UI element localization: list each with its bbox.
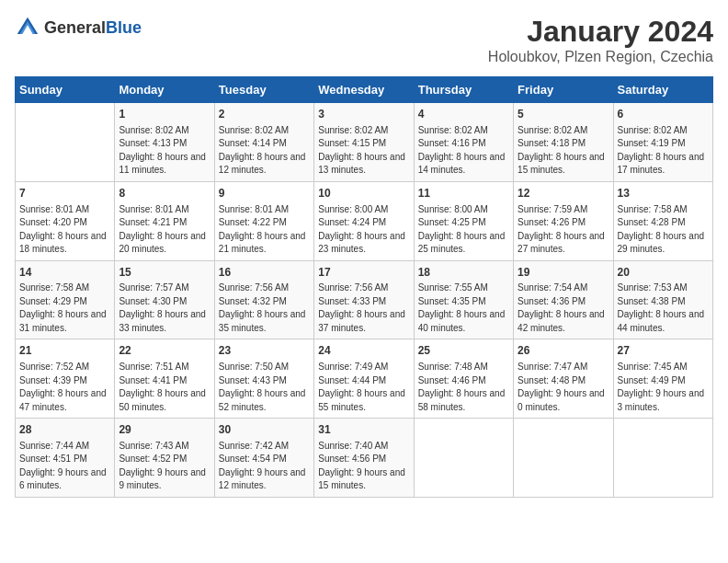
day-info: Sunrise: 8:02 AMSunset: 4:19 PMDaylight:…	[618, 124, 709, 178]
calendar-week-row: 21Sunrise: 7:52 AMSunset: 4:39 PMDayligh…	[16, 339, 713, 419]
day-header-thursday: Thursday	[414, 77, 513, 103]
title-block: January 2024 Holoubkov, Plzen Region, Cz…	[488, 15, 713, 65]
day-number: 18	[418, 265, 509, 281]
calendar-cell: 12Sunrise: 7:59 AMSunset: 4:26 PMDayligh…	[514, 181, 613, 260]
calendar-cell: 3Sunrise: 8:02 AMSunset: 4:15 PMDaylight…	[314, 103, 414, 182]
day-number: 22	[119, 343, 210, 359]
day-info: Sunrise: 8:02 AMSunset: 4:15 PMDaylight:…	[318, 124, 409, 178]
logo-icon	[15, 15, 40, 40]
day-info: Sunrise: 8:02 AMSunset: 4:18 PMDaylight:…	[518, 124, 609, 178]
calendar-cell: 8Sunrise: 8:01 AMSunset: 4:21 PMDaylight…	[115, 181, 214, 260]
calendar-cell: 31Sunrise: 7:40 AMSunset: 4:56 PMDayligh…	[314, 419, 414, 498]
day-number: 15	[119, 265, 210, 281]
calendar-cell	[514, 419, 613, 498]
calendar-cell	[414, 419, 513, 498]
calendar-cell: 7Sunrise: 8:01 AMSunset: 4:20 PMDaylight…	[16, 181, 115, 260]
day-number: 20	[618, 265, 709, 281]
day-info: Sunrise: 7:56 AMSunset: 4:32 PMDaylight:…	[219, 282, 310, 335]
calendar-cell: 22Sunrise: 7:51 AMSunset: 4:41 PMDayligh…	[115, 339, 214, 419]
page-header: General Blue January 2024 Holoubkov, Plz…	[15, 15, 713, 65]
day-number: 19	[518, 265, 609, 281]
day-header-sunday: Sunday	[16, 77, 115, 103]
day-info: Sunrise: 8:01 AMSunset: 4:21 PMDaylight:…	[119, 203, 210, 257]
day-info: Sunrise: 8:00 AMSunset: 4:24 PMDaylight:…	[318, 203, 409, 257]
day-info: Sunrise: 8:02 AMSunset: 4:13 PMDaylight:…	[119, 124, 210, 178]
day-info: Sunrise: 7:54 AMSunset: 4:36 PMDaylight:…	[518, 282, 609, 335]
calendar-cell: 15Sunrise: 7:57 AMSunset: 4:30 PMDayligh…	[115, 260, 214, 339]
calendar-cell: 18Sunrise: 7:55 AMSunset: 4:35 PMDayligh…	[414, 260, 513, 339]
calendar-week-row: 28Sunrise: 7:44 AMSunset: 4:51 PMDayligh…	[16, 419, 713, 498]
day-number: 21	[19, 343, 110, 359]
calendar-cell: 1Sunrise: 8:02 AMSunset: 4:13 PMDaylight…	[115, 103, 214, 182]
day-number: 10	[318, 186, 409, 201]
day-header-saturday: Saturday	[613, 77, 712, 103]
day-number: 9	[219, 186, 310, 201]
calendar-cell: 25Sunrise: 7:48 AMSunset: 4:46 PMDayligh…	[414, 339, 513, 419]
calendar-cell: 11Sunrise: 8:00 AMSunset: 4:25 PMDayligh…	[414, 181, 513, 260]
calendar-cell	[613, 419, 712, 498]
day-info: Sunrise: 7:42 AMSunset: 4:54 PMDaylight:…	[219, 440, 310, 493]
day-number: 12	[518, 186, 609, 201]
calendar-cell: 6Sunrise: 8:02 AMSunset: 4:19 PMDaylight…	[613, 103, 712, 182]
calendar-cell: 19Sunrise: 7:54 AMSunset: 4:36 PMDayligh…	[514, 260, 613, 339]
day-number: 29	[119, 422, 210, 438]
calendar-cell: 20Sunrise: 7:53 AMSunset: 4:38 PMDayligh…	[613, 260, 712, 339]
day-info: Sunrise: 7:58 AMSunset: 4:29 PMDaylight:…	[19, 282, 110, 335]
day-info: Sunrise: 7:57 AMSunset: 4:30 PMDaylight:…	[119, 282, 210, 335]
calendar-cell: 28Sunrise: 7:44 AMSunset: 4:51 PMDayligh…	[16, 419, 115, 498]
day-info: Sunrise: 7:51 AMSunset: 4:41 PMDaylight:…	[119, 361, 210, 414]
calendar-cell: 30Sunrise: 7:42 AMSunset: 4:54 PMDayligh…	[214, 419, 313, 498]
calendar-cell: 24Sunrise: 7:49 AMSunset: 4:44 PMDayligh…	[314, 339, 414, 419]
calendar-cell: 4Sunrise: 8:02 AMSunset: 4:16 PMDaylight…	[414, 103, 513, 182]
calendar-week-row: 14Sunrise: 7:58 AMSunset: 4:29 PMDayligh…	[16, 260, 713, 339]
day-number: 14	[19, 265, 110, 281]
day-info: Sunrise: 8:00 AMSunset: 4:25 PMDaylight:…	[418, 203, 509, 257]
day-number: 8	[119, 186, 210, 201]
day-info: Sunrise: 7:55 AMSunset: 4:35 PMDaylight:…	[418, 282, 509, 335]
calendar-cell: 2Sunrise: 8:02 AMSunset: 4:14 PMDaylight…	[214, 103, 313, 182]
day-number: 31	[318, 422, 409, 438]
day-number: 27	[618, 343, 709, 359]
day-number: 2	[219, 107, 310, 122]
day-header-monday: Monday	[115, 77, 214, 103]
day-number: 26	[518, 343, 609, 359]
calendar-cell: 23Sunrise: 7:50 AMSunset: 4:43 PMDayligh…	[214, 339, 313, 419]
day-info: Sunrise: 7:48 AMSunset: 4:46 PMDaylight:…	[418, 361, 509, 414]
day-number: 30	[219, 422, 310, 438]
day-number: 25	[418, 343, 509, 359]
calendar-week-row: 7Sunrise: 8:01 AMSunset: 4:20 PMDaylight…	[16, 181, 713, 260]
day-info: Sunrise: 7:47 AMSunset: 4:48 PMDaylight:…	[518, 361, 609, 414]
calendar-cell: 5Sunrise: 8:02 AMSunset: 4:18 PMDaylight…	[514, 103, 613, 182]
day-info: Sunrise: 7:43 AMSunset: 4:52 PMDaylight:…	[119, 440, 210, 493]
day-info: Sunrise: 7:52 AMSunset: 4:39 PMDaylight:…	[19, 361, 110, 414]
day-header-tuesday: Tuesday	[214, 77, 313, 103]
day-number: 17	[318, 265, 409, 281]
calendar-cell: 17Sunrise: 7:56 AMSunset: 4:33 PMDayligh…	[314, 260, 414, 339]
day-info: Sunrise: 7:58 AMSunset: 4:28 PMDaylight:…	[618, 203, 709, 257]
logo-general-text: General	[44, 19, 106, 36]
day-info: Sunrise: 8:02 AMSunset: 4:16 PMDaylight:…	[418, 124, 509, 178]
calendar-cell: 27Sunrise: 7:45 AMSunset: 4:49 PMDayligh…	[613, 339, 712, 419]
calendar-cell: 21Sunrise: 7:52 AMSunset: 4:39 PMDayligh…	[16, 339, 115, 419]
day-info: Sunrise: 7:49 AMSunset: 4:44 PMDaylight:…	[318, 361, 409, 414]
day-info: Sunrise: 7:59 AMSunset: 4:26 PMDaylight:…	[518, 203, 609, 257]
calendar-cell: 14Sunrise: 7:58 AMSunset: 4:29 PMDayligh…	[16, 260, 115, 339]
day-number: 5	[518, 107, 609, 122]
day-info: Sunrise: 8:02 AMSunset: 4:14 PMDaylight:…	[219, 124, 310, 178]
calendar-cell: 10Sunrise: 8:00 AMSunset: 4:24 PMDayligh…	[314, 181, 414, 260]
day-info: Sunrise: 8:01 AMSunset: 4:22 PMDaylight:…	[219, 203, 310, 257]
calendar-cell: 26Sunrise: 7:47 AMSunset: 4:48 PMDayligh…	[514, 339, 613, 419]
calendar-cell: 9Sunrise: 8:01 AMSunset: 4:22 PMDaylight…	[214, 181, 313, 260]
day-number: 3	[318, 107, 409, 122]
day-info: Sunrise: 8:01 AMSunset: 4:20 PMDaylight:…	[19, 203, 110, 257]
calendar-cell: 29Sunrise: 7:43 AMSunset: 4:52 PMDayligh…	[115, 419, 214, 498]
day-header-friday: Friday	[514, 77, 613, 103]
day-header-wednesday: Wednesday	[314, 77, 414, 103]
day-number: 23	[219, 343, 310, 359]
day-number: 16	[219, 265, 310, 281]
day-number: 13	[618, 186, 709, 201]
day-number: 7	[19, 186, 110, 201]
calendar-header-row: SundayMondayTuesdayWednesdayThursdayFrid…	[16, 77, 713, 103]
calendar-cell	[16, 103, 115, 182]
logo: General Blue	[15, 15, 142, 40]
